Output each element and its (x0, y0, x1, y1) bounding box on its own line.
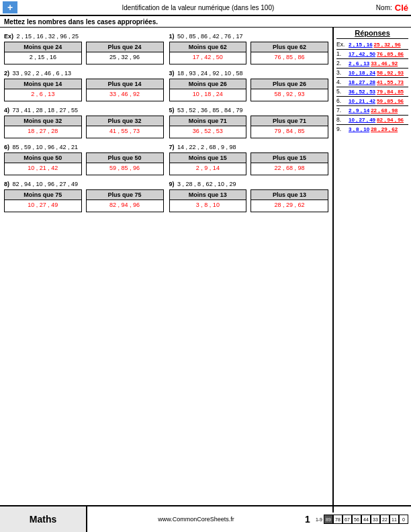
ex4-boxes: Moins que 32 18 , 27 , 28 Plus que 32 41… (4, 116, 164, 138)
ex9-number-line: 9) 3 , 28 , 8 , 62 , 10 , 29 (169, 181, 329, 187)
ex7-moins-label: Moins que 15 (169, 152, 247, 163)
ex8-moins-label: Moins que 75 (4, 189, 82, 200)
row-6-7: 6) 85 , 59 , 10 , 96 , 42 , 21 Moins que… (4, 144, 328, 175)
ex7-plus-values: 22 , 68 , 98 (250, 163, 328, 175)
ex6-plus-group: Plus que 50 59 , 85 , 96 (86, 152, 164, 175)
ex9-plus-label: Plus que 13 (250, 189, 328, 200)
ex1-numbers: 50 , 85 , 86 , 42 , 76 , 17 (177, 33, 243, 40)
answer-red-9: 28 , 29 , 62 (371, 126, 398, 132)
ex7-plus-group: Plus que 15 22 , 68 , 98 (250, 152, 328, 175)
footer-page: 1 (305, 514, 310, 525)
ex7-moins-values: 2 , 9 , 14 (169, 163, 247, 175)
answer-blue-4: 18 , 27 , 28 (349, 79, 375, 85)
score-box-4: 44 (361, 515, 371, 524)
score-box-6: 22 (380, 515, 390, 524)
ex8-plus-group: Plus que 75 82 , 94 , 96 (86, 189, 164, 212)
ex4-numbers: 73 , 41 , 28 , 18 , 27 , 55 (13, 107, 79, 114)
exercises-area: Ex) 2 , 15 , 16 , 32 , 96 , 25 Moins que… (0, 28, 334, 513)
score-boxes: 89786756443322110 (324, 515, 408, 524)
ex5-plus-label: Plus que 71 (250, 116, 328, 126)
ex1-moins-values: 17 , 42 , 50 (169, 52, 247, 64)
answer-row-9: 9. 3 , 8 , 10 28 , 29 , 62 (336, 126, 408, 132)
ex2-moins-group: Moins que 14 2 , 6 , 13 (4, 79, 82, 101)
ex6-block: 6) 85 , 59 , 10 , 96 , 42 , 21 Moins que… (4, 144, 164, 175)
ex7-label: 7) (169, 144, 175, 150)
answer-label-5: 5. (336, 88, 347, 95)
ex2-label: 2) (4, 70, 9, 77)
example-plus-values: 25 , 32 , 96 (86, 52, 164, 64)
example-boxes: Moins que 24 2 , 15 , 16 Plus que 24 25 … (4, 42, 164, 64)
ex1-number-line: 1) 50 , 85 , 86 , 42 , 76 , 17 (169, 33, 329, 40)
ex9-plus-group: Plus que 13 28 , 29 , 62 (250, 189, 328, 212)
answer-row-6: 6. 10 , 21 , 42 59 , 85 , 96 (336, 97, 408, 104)
answer-blue-1: 17 , 42 , 50 (349, 51, 375, 57)
answer-label-7: 7. (336, 107, 347, 114)
ex5-number-line: 5) 53 , 52 , 36 , 85 , 84 , 79 (169, 107, 329, 114)
header-nom-label: Nom: (376, 4, 392, 11)
footer: Maths www.CommonCoreSheets.fr 1 1-9 8978… (0, 505, 411, 532)
answer-row-0: Ex. 2 , 15 , 16 25 , 32 , 96 (336, 41, 408, 48)
ex8-number-line: 8) 82 , 94 , 10 , 96 , 27 , 49 (4, 181, 164, 187)
ex5-moins-values: 36 , 52 , 53 (169, 126, 247, 138)
ex2-moins-label: Moins que 14 (4, 79, 82, 89)
ex1-plus-values: 76 , 85 , 86 (250, 52, 328, 64)
ex9-plus-values: 28 , 29 , 62 (250, 200, 328, 212)
example-plus-label: Plus que 24 (86, 42, 164, 52)
answer-red-7: 22 , 68 , 98 (371, 107, 398, 114)
ex2-plus-label: Plus que 14 (86, 79, 164, 89)
ex4-label: 4) (4, 107, 9, 114)
answer-label-0: Ex. (336, 41, 347, 48)
ex5-block: 5) 53 , 52 , 36 , 85 , 84 , 79 Moins que… (169, 107, 329, 138)
ex7-plus-label: Plus que 15 (250, 152, 328, 163)
answer-row-1: 1. 17 , 42 , 50 76 , 85 , 86 (336, 50, 408, 57)
answer-blue-3: 10 , 18 , 24 (349, 70, 375, 76)
ex3-moins-label: Moins que 26 (169, 79, 247, 89)
answer-red-6: 59 , 85 , 96 (377, 98, 404, 104)
ex3-moins-group: Moins que 26 10 , 18 , 24 (169, 79, 247, 101)
ex1-moins-group: Moins que 62 17 , 42 , 50 (169, 42, 247, 64)
score-box-5: 33 (371, 515, 380, 524)
answer-label-6: 6. (336, 97, 347, 104)
answer-red-2: 33 , 46 , 92 (371, 60, 398, 66)
ex4-plus-label: Plus que 32 (86, 116, 164, 126)
ex4-moins-label: Moins que 32 (4, 116, 82, 126)
ex2-boxes: Moins que 14 2 , 6 , 13 Plus que 14 33 ,… (4, 79, 164, 101)
example-label: Ex) (4, 33, 13, 40)
ex2-number-line: 2) 33 , 92 , 2 , 46 , 6 , 13 (4, 70, 164, 77)
ex5-plus-group: Plus que 71 79 , 84 , 85 (250, 116, 328, 138)
ex3-moins-values: 10 , 18 , 24 (169, 89, 247, 101)
answer-red-8: 82 , 94 , 96 (377, 117, 404, 123)
ex6-numbers: 85 , 59 , 10 , 96 , 42 , 21 (13, 144, 79, 150)
scores-range-label: 1-9 (316, 517, 322, 522)
ex7-boxes: Moins que 15 2 , 9 , 14 Plus que 15 22 ,… (169, 152, 329, 175)
ex2-plus-group: Plus que 14 33 , 46 , 92 (86, 79, 164, 101)
answers-title: Réponses (336, 29, 408, 39)
ex6-moins-label: Moins que 50 (4, 152, 82, 163)
main-content: Ex) 2 , 15 , 16 , 32 , 96 , 25 Moins que… (0, 28, 411, 513)
ex3-block: 3) 18 , 93 , 24 , 92 , 10 , 58 Moins que… (169, 70, 329, 101)
example-moins-group: Moins que 24 2 , 15 , 16 (4, 42, 82, 64)
answer-blue-5: 36 , 52 , 53 (349, 89, 375, 95)
ex5-label: 5) (169, 107, 175, 114)
example-number-line: Ex) 2 , 15 , 16 , 32 , 96 , 25 (4, 33, 164, 40)
ex8-plus-values: 82 , 94 , 96 (86, 200, 164, 212)
answer-blue-8: 10 , 27 , 49 (349, 117, 375, 123)
answer-blue-6: 10 , 21 , 42 (349, 98, 375, 104)
ex1-plus-label: Plus que 62 (250, 42, 328, 52)
example-plus-group: Plus que 24 25 , 32 , 96 (86, 42, 164, 64)
answer-row-7: 7. 2 , 9 , 14 22 , 68 , 98 (336, 107, 408, 114)
ex9-moins-group: Moins que 13 3 , 8 , 10 (169, 189, 247, 212)
ex8-label: 8) (4, 181, 9, 187)
score-box-7: 11 (390, 515, 399, 524)
ex2-block: 2) 33 , 92 , 2 , 46 , 6 , 13 Moins que 1… (4, 70, 164, 101)
ex2-moins-values: 2 , 6 , 13 (4, 89, 82, 101)
ex5-plus-values: 79 , 84 , 85 (250, 126, 328, 138)
answer-label-3: 3. (336, 69, 347, 76)
ex9-boxes: Moins que 13 3 , 8 , 10 Plus que 13 28 ,… (169, 189, 329, 212)
ex1-block: 1) 50 , 85 , 86 , 42 , 76 , 17 Moins que… (169, 33, 329, 64)
answer-row-5: 5. 36 , 52 , 53 79 , 84 , 85 (336, 88, 408, 95)
ex4-block: 4) 73 , 41 , 28 , 18 , 27 , 55 Moins que… (4, 107, 164, 138)
ex5-moins-group: Moins que 71 36 , 52 , 53 (169, 116, 247, 138)
ex2-plus-values: 33 , 46 , 92 (86, 89, 164, 101)
ex3-plus-values: 58 , 92 , 93 (250, 89, 328, 101)
